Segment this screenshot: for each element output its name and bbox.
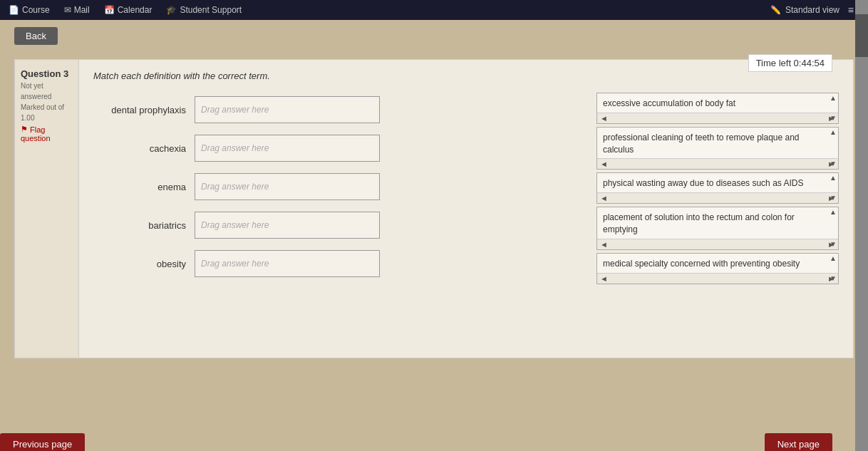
scroll-up-arrow-1[interactable]: ▲	[830, 129, 837, 136]
h-left-arrow-3[interactable]: ◄	[600, 240, 608, 249]
answer-text-2: physical wasting away due to diseases su…	[597, 173, 838, 192]
term-row-4: obesity Drag answer here	[93, 247, 575, 281]
back-button[interactable]: Back	[14, 27, 58, 45]
question-marked-value: 1.00	[21, 114, 73, 122]
answers-column: excessive accumulation of body fat ▲ ▼ ◄…	[596, 93, 839, 284]
answer-card-4[interactable]: medical specialty concerned with prevent…	[596, 253, 839, 284]
scroll-up-arrow-2[interactable]: ▲	[830, 175, 837, 182]
h-left-arrow-2[interactable]: ◄	[600, 194, 608, 202]
scroll-down-arrow-1[interactable]: ▼	[830, 160, 837, 167]
nav-calendar[interactable]: 📅 Calendar	[104, 5, 153, 15]
drop-zone-1[interactable]: Drag answer here	[195, 135, 380, 162]
question-sidebar: Question 3 Not yet answered Marked out o…	[15, 60, 79, 358]
drop-zone-0[interactable]: Drag answer here	[195, 96, 380, 123]
flag-icon: ⚑	[21, 125, 28, 134]
scroll-up-arrow-3[interactable]: ▲	[830, 209, 837, 216]
term-label-0: dental prophylaxis	[93, 105, 186, 115]
nav-student-support[interactable]: 🎓 Student Support	[166, 5, 242, 15]
previous-page-button[interactable]: Previous page	[0, 433, 85, 452]
h-scroll-1: ◄ ►	[597, 158, 838, 169]
h-scroll-0: ◄ ►	[597, 113, 838, 123]
term-label-4: obesity	[93, 259, 186, 269]
term-row-1: cachexia Drag answer here	[93, 131, 575, 165]
drop-zone-4[interactable]: Drag answer here	[195, 250, 380, 277]
hamburger-menu[interactable]: ≡	[848, 4, 854, 16]
drop-placeholder-2: Drag answer here	[201, 182, 269, 192]
h-scroll-2: ◄ ►	[597, 192, 838, 203]
answer-card-3[interactable]: placement of solution into the rectum an…	[596, 207, 839, 250]
matching-container: dental prophylaxis Drag answer here cach…	[93, 93, 839, 284]
scroll-down-arrow-2[interactable]: ▼	[830, 195, 837, 202]
question-number: Question 3	[21, 68, 73, 79]
drop-placeholder-0: Drag answer here	[201, 105, 269, 115]
scroll-down-arrow-4[interactable]: ▼	[830, 275, 837, 282]
term-row-0: dental prophylaxis Drag answer here	[93, 93, 575, 127]
h-scroll-3: ◄ ►	[597, 239, 838, 249]
question-instruction: Match each definition with the correct t…	[93, 71, 839, 81]
h-scroll-4: ◄ ►	[597, 273, 838, 284]
scroll-up-arrow-0[interactable]: ▲	[830, 95, 837, 102]
scroll-down-arrow-0[interactable]: ▼	[830, 115, 837, 122]
terms-column: dental prophylaxis Drag answer here cach…	[93, 93, 575, 284]
term-label-3: bariatrics	[93, 220, 186, 231]
answer-text-0: excessive accumulation of body fat	[597, 93, 838, 113]
answer-text-1: professional cleaning of teeth to remove…	[597, 128, 838, 159]
h-left-arrow-4[interactable]: ◄	[600, 274, 608, 283]
question-panel: Question 3 Not yet answered Marked out o…	[14, 59, 854, 358]
standard-view-icon: ✏️	[770, 5, 781, 15]
h-left-arrow-0[interactable]: ◄	[600, 114, 608, 123]
drop-placeholder-3: Drag answer here	[201, 220, 269, 230]
support-icon: 🎓	[166, 5, 177, 15]
answer-text-4: medical specialty concerned with prevent…	[597, 254, 838, 273]
term-label-1: cachexia	[93, 143, 186, 154]
mail-icon: ✉	[64, 5, 71, 15]
answer-card-2[interactable]: physical wasting away due to diseases su…	[596, 172, 839, 204]
question-status-line2: answered	[21, 93, 73, 100]
scrollbar-thumb[interactable]	[855, 14, 868, 57]
question-main: Match each definition with the correct t…	[79, 60, 853, 358]
timer-display: Time left 0:44:54	[748, 54, 832, 72]
term-row-3: bariatrics Drag answer here	[93, 208, 575, 242]
flag-question-link[interactable]: ⚑ Flag	[21, 125, 73, 134]
course-icon: 📄	[9, 5, 19, 15]
term-row-2: enema Drag answer here	[93, 170, 575, 204]
drop-placeholder-4: Drag answer here	[201, 259, 269, 269]
main-content: Back Time left 0:44:54 Question 3 Not ye…	[0, 20, 868, 426]
drop-zone-2[interactable]: Drag answer here	[195, 173, 380, 200]
question-marked-label: Marked out of	[21, 103, 73, 111]
h-left-arrow-1[interactable]: ◄	[600, 160, 608, 168]
answer-card-0[interactable]: excessive accumulation of body fat ▲ ▼ ◄…	[596, 93, 839, 124]
answer-text-3: placement of solution into the rectum an…	[597, 207, 838, 239]
top-navigation: 📄 Course ✉ Mail 📅 Calendar 🎓 Student Sup…	[0, 0, 868, 20]
nav-mail[interactable]: ✉ Mail	[64, 5, 90, 15]
scroll-down-arrow-3[interactable]: ▼	[830, 241, 837, 248]
standard-view[interactable]: ✏️ Standard view	[770, 5, 839, 15]
calendar-icon: 📅	[104, 5, 115, 15]
drop-placeholder-1: Drag answer here	[201, 143, 269, 153]
next-page-button[interactable]: Next page	[765, 433, 832, 452]
answer-card-1[interactable]: professional cleaning of teeth to remove…	[596, 127, 839, 170]
question-status-line1: Not yet	[21, 82, 73, 90]
term-label-2: enema	[93, 182, 186, 192]
drop-zone-3[interactable]: Drag answer here	[195, 212, 380, 239]
right-scrollbar[interactable]	[855, 0, 868, 451]
scroll-up-arrow-4[interactable]: ▲	[830, 255, 837, 262]
bottom-bar: Previous page Next page	[0, 426, 868, 451]
nav-course[interactable]: 📄 Course	[9, 5, 50, 15]
flag-question-label2: question	[21, 134, 73, 142]
